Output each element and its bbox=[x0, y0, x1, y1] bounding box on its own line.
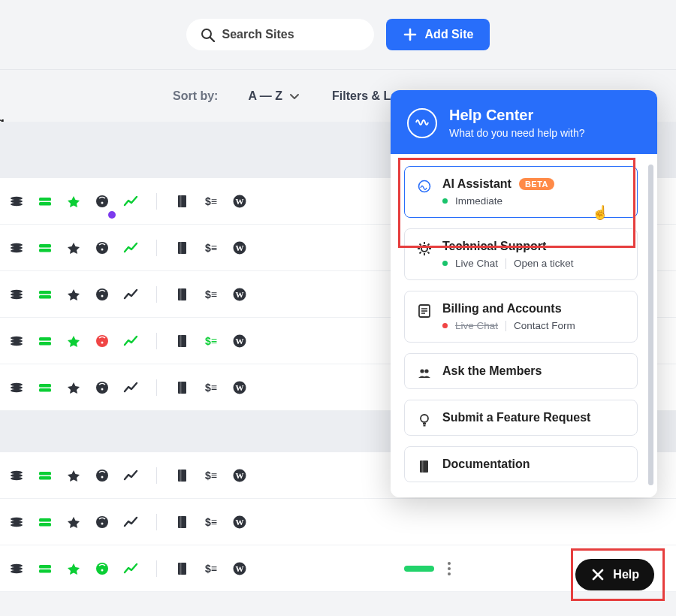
layers-icon[interactable] bbox=[9, 561, 24, 576]
divider bbox=[505, 321, 506, 331]
help-toggle-button[interactable]: Help bbox=[575, 559, 654, 590]
help-button-label: Help bbox=[613, 568, 639, 581]
chart-icon[interactable] bbox=[123, 380, 138, 395]
pricing-icon[interactable] bbox=[204, 287, 219, 302]
speed-icon[interactable] bbox=[95, 287, 110, 302]
book-icon[interactable] bbox=[175, 515, 190, 530]
drive-icon[interactable] bbox=[38, 287, 53, 302]
layers-icon[interactable] bbox=[9, 515, 24, 530]
status-dot bbox=[442, 198, 448, 204]
chart-icon[interactable] bbox=[123, 515, 138, 530]
divider bbox=[156, 560, 157, 577]
chart-icon[interactable] bbox=[123, 194, 138, 209]
help-card-bulb[interactable]: Submit a Feature Request bbox=[404, 400, 638, 436]
layers-icon[interactable] bbox=[9, 380, 24, 395]
site-row[interactable] bbox=[0, 499, 676, 545]
divider bbox=[156, 333, 157, 349]
wordpress-icon[interactable] bbox=[232, 334, 247, 349]
drive-icon[interactable] bbox=[38, 380, 53, 395]
divider bbox=[156, 514, 157, 530]
doc-icon bbox=[417, 303, 432, 319]
pricing-icon[interactable] bbox=[204, 380, 219, 395]
search-input[interactable]: Search Sites bbox=[186, 19, 374, 50]
help-card-gear[interactable]: Technical Support Live Chat Open a ticke… bbox=[404, 228, 638, 280]
book-icon[interactable] bbox=[175, 468, 190, 483]
heartbeat-icon[interactable] bbox=[66, 380, 81, 395]
book-icon[interactable] bbox=[175, 380, 190, 395]
beta-badge: BETA bbox=[519, 178, 554, 190]
heartbeat-icon[interactable] bbox=[66, 287, 81, 302]
help-subtitle: What do you need help with? bbox=[449, 127, 585, 139]
pricing-icon[interactable] bbox=[204, 334, 219, 349]
sort-selector[interactable]: A — Z bbox=[248, 89, 302, 104]
add-site-button[interactable]: Add Site bbox=[386, 19, 490, 50]
status-text: Live Chat bbox=[455, 320, 498, 331]
wordpress-icon[interactable] bbox=[232, 561, 247, 576]
book-icon[interactable] bbox=[175, 561, 190, 576]
drive-icon[interactable] bbox=[38, 194, 53, 209]
book-icon[interactable] bbox=[175, 194, 190, 209]
wordpress-icon[interactable] bbox=[232, 468, 247, 483]
speed-icon[interactable] bbox=[95, 240, 110, 255]
speed-icon[interactable] bbox=[95, 380, 110, 395]
book-icon bbox=[417, 459, 432, 474]
speed-icon[interactable] bbox=[95, 468, 110, 483]
wordpress-icon[interactable] bbox=[232, 380, 247, 395]
speed-icon[interactable] bbox=[95, 194, 110, 209]
help-card-title: Submit a Feature Request bbox=[442, 411, 625, 424]
heartbeat-icon[interactable] bbox=[66, 515, 81, 530]
wordpress-icon[interactable] bbox=[232, 194, 247, 209]
pricing-icon[interactable] bbox=[204, 515, 219, 530]
pricing-icon[interactable] bbox=[204, 240, 219, 255]
pricing-icon[interactable] bbox=[204, 468, 219, 483]
heartbeat-icon[interactable] bbox=[66, 240, 81, 255]
book-icon[interactable] bbox=[175, 287, 190, 302]
help-card-title: Ask the Members bbox=[442, 364, 625, 378]
drive-icon[interactable] bbox=[38, 515, 53, 530]
help-card-book[interactable]: Documentation bbox=[404, 446, 638, 482]
drive-icon[interactable] bbox=[38, 468, 53, 483]
help-card-meta: Live Chat Open a ticket bbox=[442, 258, 625, 269]
site-row[interactable] bbox=[0, 545, 676, 592]
heartbeat-icon[interactable] bbox=[66, 561, 81, 576]
chart-icon[interactable] bbox=[123, 287, 138, 302]
brand-logo-icon bbox=[407, 108, 437, 138]
book-icon[interactable] bbox=[175, 240, 190, 255]
speed-icon[interactable] bbox=[95, 515, 110, 530]
chart-icon[interactable] bbox=[123, 561, 138, 576]
drive-icon[interactable] bbox=[38, 240, 53, 255]
help-card-meta: Live Chat Contact Form bbox=[442, 320, 625, 331]
drive-icon[interactable] bbox=[38, 561, 53, 576]
heartbeat-icon[interactable] bbox=[66, 194, 81, 209]
pricing-icon[interactable] bbox=[204, 194, 219, 209]
layers-icon[interactable] bbox=[9, 468, 24, 483]
layers-icon[interactable] bbox=[9, 334, 24, 349]
layers-icon[interactable] bbox=[9, 287, 24, 302]
chart-icon[interactable] bbox=[123, 334, 138, 349]
sort-by-label: Sort by: bbox=[173, 89, 218, 103]
help-center-panel[interactable]: Help Center What do you need help with? … bbox=[391, 90, 657, 497]
layers-icon[interactable] bbox=[9, 240, 24, 255]
speed-icon[interactable] bbox=[95, 561, 110, 576]
scrollbar[interactable] bbox=[648, 165, 653, 485]
wordpress-icon[interactable] bbox=[232, 515, 247, 530]
heartbeat-icon[interactable] bbox=[66, 334, 81, 349]
pricing-icon[interactable] bbox=[204, 561, 219, 576]
search-placeholder: Search Sites bbox=[222, 28, 294, 41]
help-card-doc[interactable]: Billing and Accounts Live Chat Contact F… bbox=[404, 291, 638, 343]
chart-icon[interactable] bbox=[123, 240, 138, 255]
speed-icon[interactable] bbox=[95, 334, 110, 349]
help-card-ai[interactable]: AI AssistantBETA Immediate ☝️ bbox=[404, 166, 638, 218]
more-menu[interactable] bbox=[448, 562, 451, 575]
help-card-users[interactable]: Ask the Members bbox=[404, 353, 638, 389]
divider bbox=[156, 240, 157, 256]
chart-icon[interactable] bbox=[123, 468, 138, 483]
wordpress-icon[interactable] bbox=[232, 287, 247, 302]
layers-icon[interactable] bbox=[9, 194, 24, 209]
drive-icon[interactable] bbox=[38, 334, 53, 349]
heartbeat-icon[interactable] bbox=[66, 468, 81, 483]
chevron-down-icon bbox=[287, 89, 302, 104]
notification-dot bbox=[108, 211, 116, 219]
book-icon[interactable] bbox=[175, 334, 190, 349]
wordpress-icon[interactable] bbox=[232, 240, 247, 255]
